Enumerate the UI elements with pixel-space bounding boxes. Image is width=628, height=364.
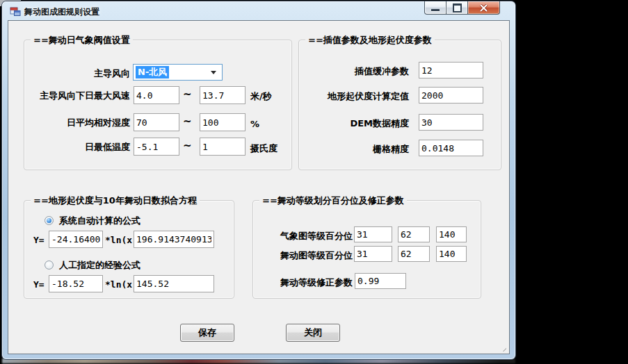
minimize-icon — [431, 9, 440, 11]
manual-intercept-input[interactable] — [134, 275, 214, 292]
raster-precision-input[interactable] — [419, 140, 483, 156]
resize-grip[interactable] — [499, 345, 506, 351]
humidity-to-input[interactable] — [200, 113, 245, 131]
auto-y-label: Y= — [33, 235, 45, 245]
dialog-window: 舞动图成图规则设置 ==舞动日气象阀值设置 主导风向 N-北风 — [2, 1, 515, 359]
wind-speed-to-input[interactable] — [200, 86, 245, 104]
wind-speed-tilde: ~ — [183, 88, 192, 101]
group-interpolation-params: ==插值参数及地形起伏度参数 插值缓冲参数 地形起伏度计算定值 DEM数据精度 … — [298, 40, 501, 170]
humidity-from-input[interactable] — [134, 113, 179, 131]
auto-formula-radio[interactable] — [45, 216, 54, 225]
temperature-unit: 摄氏度 — [250, 142, 277, 155]
window-title: 舞动图成图规则设置 — [24, 6, 99, 18]
wind-direction-combobox[interactable]: N-北风 — [133, 64, 223, 81]
humidity-tilde: ~ — [183, 115, 192, 128]
temperature-tilde: ~ — [183, 140, 192, 152]
temperature-from-input[interactable] — [134, 138, 179, 156]
dem-precision-label: DEM数据精度 — [299, 117, 409, 130]
app-icon — [10, 6, 21, 17]
temperature-label: 日最低温度 — [24, 141, 130, 154]
dancing-percentile-input-2[interactable] — [398, 246, 430, 262]
manual-formula-label: 人工指定的经验公式 — [59, 259, 140, 272]
dancing-percentile-input-1[interactable] — [354, 246, 392, 262]
maximize-button[interactable] — [446, 1, 468, 15]
close-dialog-button[interactable]: 关闭 — [286, 324, 340, 342]
desktop-background-strip — [2, 358, 515, 363]
title-bar[interactable]: 舞动图成图规则设置 — [2, 1, 515, 20]
auto-intercept-input[interactable] — [134, 231, 214, 248]
group-weather-thresholds: ==舞动日气象阀值设置 主导风向 N-北风 主导风向下日最大风速 ~ 米/秒 日… — [24, 40, 292, 170]
manual-formula-radio[interactable] — [45, 260, 54, 270]
manual-coef-input[interactable] — [49, 275, 103, 292]
group-grading-title: ==舞动等级划分百分位及修正参数 — [259, 195, 407, 207]
terrain-fixed-value-input[interactable] — [419, 87, 483, 104]
group-fitting-title: ==地形起伏度与10年舞动日数拟合方程 — [31, 195, 200, 207]
close-icon — [479, 4, 488, 12]
chevron-down-icon[interactable] — [211, 71, 216, 74]
group-interpolation-title: ==插值参数及地形起伏度参数 — [305, 34, 435, 47]
weather-percentile-input-2[interactable] — [398, 226, 430, 242]
weather-percentile-label: 气象图等级百分位 — [253, 230, 353, 242]
wind-speed-unit: 米/秒 — [250, 90, 272, 103]
correction-param-label: 舞动等级修正参数 — [253, 276, 353, 289]
wind-speed-from-input[interactable] — [134, 86, 179, 104]
terrain-fixed-value-label: 地形起伏度计算定值 — [299, 90, 409, 103]
save-button[interactable]: 保存 — [180, 324, 234, 342]
caption-buttons — [424, 1, 500, 15]
dialog-client-area: ==舞动日气象阀值设置 主导风向 N-北风 主导风向下日最大风速 ~ 米/秒 日… — [8, 20, 510, 354]
wind-direction-value: N-北风 — [136, 66, 169, 78]
raster-precision-label: 栅格精度 — [299, 143, 409, 156]
wind-direction-label: 主导风向 — [24, 67, 130, 80]
manual-y-label: Y= — [33, 279, 45, 290]
group-weather-title: ==舞动日气象阀值设置 — [31, 34, 133, 47]
weather-percentile-input-1[interactable] — [354, 226, 392, 242]
correction-param-input[interactable] — [355, 273, 406, 289]
group-fitting-equation: ==地形起伏度与10年舞动日数拟合方程 系统自动计算的公式 Y= *ln(x)+… — [24, 200, 234, 299]
dancing-percentile-label: 舞动图等级百分位 — [253, 249, 353, 262]
temperature-to-input[interactable] — [200, 138, 245, 156]
close-button[interactable] — [468, 1, 500, 15]
weather-percentile-input-3[interactable] — [436, 226, 467, 242]
auto-formula-label: 系统自动计算的公式 — [59, 215, 140, 227]
humidity-label: 日平均相对湿度 — [24, 117, 130, 129]
interp-buffer-label: 插值缓冲参数 — [299, 65, 409, 78]
dancing-percentile-input-3[interactable] — [436, 246, 467, 262]
group-grading-params: ==舞动等级划分百分位及修正参数 气象图等级百分位 舞动图等级百分位 舞动等级修… — [252, 200, 481, 299]
dem-precision-input[interactable] — [419, 114, 483, 131]
auto-coef-input[interactable] — [49, 231, 103, 248]
maximize-icon — [453, 3, 462, 13]
wind-speed-label: 主导风向下日最大风速 — [24, 90, 130, 102]
minimize-button[interactable] — [424, 1, 446, 15]
humidity-unit: % — [250, 119, 259, 129]
interp-buffer-input[interactable] — [419, 62, 483, 78]
